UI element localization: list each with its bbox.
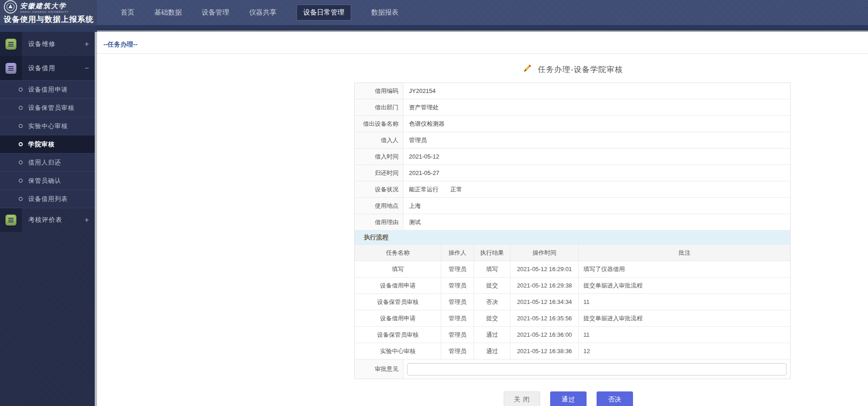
table-cell: 管理员 — [441, 310, 474, 327]
process-table: 任务名称 操作人 执行结果 操作时间 批注 填写 管理员 填写 2021-05-… — [355, 245, 790, 360]
column-header: 操作时间 — [511, 245, 579, 261]
field-value: 2021-05-12 — [403, 149, 790, 164]
sidebar: 设备维修 + 设备借用 − 设备借用申请 设备保管员审核 实验中心审核 学院审核… — [0, 32, 97, 406]
content-top-strip — [97, 25, 868, 32]
field-value: 色谱仪检测器 — [403, 116, 790, 132]
table-cell: 管理员 — [441, 261, 474, 278]
expand-plus-icon[interactable]: + — [85, 216, 89, 224]
sidebar-item-borrow-list[interactable]: 设备借用列表 — [0, 190, 97, 208]
sidebar-group-equipment-repair[interactable]: 设备维修 + — [0, 32, 97, 56]
expand-plus-icon[interactable]: + — [85, 40, 89, 48]
university-name-cn: 安徽建筑大学 — [20, 3, 69, 10]
divider — [97, 53, 868, 54]
table-cell: 提交单据进入审批流程 — [579, 310, 790, 327]
field-label: 借出设备名称 — [355, 116, 403, 132]
bullet-icon — [19, 197, 23, 201]
table-cell: 2021-05-12 16:38:36 — [511, 343, 579, 360]
table-cell: 管理员 — [441, 327, 474, 343]
sidebar-item-borrower-return[interactable]: 借用人归还 — [0, 153, 97, 171]
collapse-minus-icon[interactable]: − — [85, 64, 89, 72]
column-header: 操作人 — [441, 245, 474, 261]
table-cell: 通过 — [474, 343, 511, 360]
field-label: 归还时间 — [355, 165, 403, 181]
bullet-icon — [19, 124, 23, 128]
sidebar-item-label: 保管员确认 — [28, 177, 61, 185]
nav-item-equipment-mgmt[interactable]: 设备管理 — [202, 8, 229, 17]
nav-item-basic-data[interactable]: 基础数据 — [154, 8, 182, 17]
field-value: 上海 — [403, 198, 790, 214]
logo-block: 安徽建筑大学 ANHUI JIANZHU UNIVERSITY 设备使用与数据上… — [0, 0, 97, 25]
table-cell: 填写了仪器借用 — [579, 261, 790, 278]
table-cell: 提交 — [474, 278, 511, 294]
field-label: 使用地点 — [355, 198, 403, 214]
process-section-header: 执行流程 — [355, 231, 790, 245]
sidebar-group-evaluation[interactable]: 考核评价表 + — [0, 208, 97, 232]
sidebar-item-label: 借用人归还 — [28, 159, 61, 167]
approval-opinion-input[interactable] — [407, 363, 786, 375]
sidebar-item-label: 学院审核 — [28, 140, 55, 149]
form-row: 借用理由 测试 — [355, 214, 790, 231]
field-label: 设备状况 — [355, 181, 403, 197]
field-label: 借用理由 — [355, 214, 403, 230]
table-cell: 设备借用申请 — [355, 278, 441, 294]
bullet-icon — [19, 179, 23, 183]
form-row: 归还时间 2021-05-27 — [355, 165, 790, 181]
nav-item-instrument-share[interactable]: 仪器共享 — [249, 8, 276, 17]
reject-button[interactable]: 否决 — [597, 391, 633, 406]
table-cell: 11 — [579, 294, 790, 310]
table-cell: 2021-05-12 16:36:00 — [511, 327, 579, 343]
icon-cell — [0, 32, 22, 56]
borrow-detail-sheet: 借用编码 JY202154 借出部门 资产管理处 借出设备名称 色谱仪检测器 借… — [354, 82, 791, 379]
field-value: 资产管理处 — [403, 99, 790, 115]
field-label: 借入人 — [355, 132, 403, 148]
sidebar-item-label: 实验中心审核 — [28, 122, 68, 130]
field-label: 审批意见 — [355, 360, 403, 379]
field-label: 借用编码 — [355, 83, 403, 99]
app-window: 首页 基础数据 设备管理 仪器共享 设备日常管理 数据报表 安徽建筑大学 ANH… — [0, 0, 868, 406]
form-row: 设备状况 能正常运行 正常 — [355, 181, 790, 198]
bullet-icon — [19, 87, 23, 92]
table-cell: 2021-05-12 16:29:01 — [511, 261, 579, 278]
form-row: 使用地点 上海 — [355, 198, 790, 214]
opinion-row: 审批意见 — [355, 360, 790, 379]
sidebar-group-label: 设备维修 — [28, 40, 56, 48]
sidebar-group-equipment-borrow[interactable]: 设备借用 − — [0, 56, 97, 80]
form-row: 借出设备名称 色谱仪检测器 — [355, 116, 790, 132]
field-value: 2021-05-27 — [403, 165, 790, 181]
nav-item-reports[interactable]: 数据报表 — [371, 8, 398, 17]
approve-button[interactable]: 通过 — [550, 391, 587, 406]
table-cell: 2021-05-12 16:29:38 — [511, 278, 579, 294]
sidebar-item-borrow-apply[interactable]: 设备借用申请 — [0, 80, 97, 98]
table-cell: 通过 — [474, 327, 511, 343]
column-header: 批注 — [579, 245, 790, 261]
table-cell: 实验中心审核 — [355, 343, 441, 360]
table-cell: 设备借用申请 — [355, 310, 441, 327]
icon-cell — [0, 56, 22, 80]
sidebar-item-custodian-review[interactable]: 设备保管员审核 — [0, 98, 97, 117]
icon-cell — [0, 208, 22, 232]
action-buttons: 关 闭 通过 否决 — [504, 391, 633, 406]
form-row: 借入时间 2021-05-12 — [355, 149, 790, 165]
close-button[interactable]: 关 闭 — [504, 391, 540, 406]
bullet-icon — [19, 160, 23, 164]
field-value: 管理员 — [403, 132, 790, 148]
sidebar-item-college-review[interactable]: 学院审核 — [0, 135, 97, 153]
table-cell: 提交 — [474, 310, 511, 327]
sidebar-item-custodian-confirm[interactable]: 保管员确认 — [0, 171, 97, 190]
sidebar-top-strip — [0, 25, 97, 32]
form-row: 借用编码 JY202154 — [355, 83, 790, 99]
page-title: 任务办理-设备学院审核 — [538, 64, 623, 75]
sidebar-item-labcenter-review[interactable]: 实验中心审核 — [0, 117, 97, 135]
table-cell: 设备保管员审核 — [355, 327, 441, 343]
system-title: 设备使用与数据上报系统 — [4, 14, 93, 25]
sidebar-item-label: 设备借用列表 — [28, 195, 68, 203]
top-header: 首页 基础数据 设备管理 仪器共享 设备日常管理 数据报表 — [0, 0, 868, 25]
table-cell: 管理员 — [441, 343, 474, 360]
nav-item-home[interactable]: 首页 — [121, 8, 134, 17]
column-header: 任务名称 — [355, 245, 441, 261]
list-square-icon — [5, 215, 16, 226]
sidebar-group-label: 设备借用 — [28, 64, 56, 72]
field-value: JY202154 — [403, 83, 790, 99]
list-square-icon — [5, 63, 16, 74]
nav-item-daily-mgmt[interactable]: 设备日常管理 — [296, 5, 351, 21]
